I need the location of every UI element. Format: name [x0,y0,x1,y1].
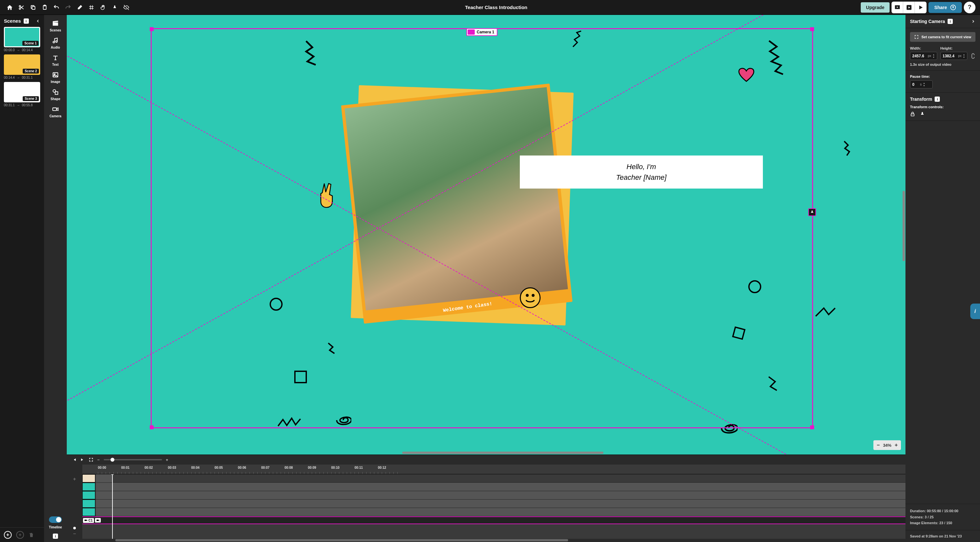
width-input[interactable]: px ▲▼ [910,52,937,60]
preview-scene-icon[interactable] [891,2,903,13]
top-toolbar: Teacher Class Introduction Upgrade Share… [0,0,980,15]
preview-button-group [891,2,926,13]
info-icon[interactable]: i [53,534,58,539]
rail-shape-button[interactable]: Shape [51,88,60,101]
collapse-panel-icon[interactable] [36,19,40,23]
svg-rect-21 [97,520,99,521]
step-down-icon[interactable]: ▼ [923,84,925,87]
scene-thumbnail[interactable]: Scene 3 00:31.1→00:55.8 [4,82,40,107]
timeline-track[interactable] [82,474,905,483]
step-up-icon[interactable]: ▲ [923,82,925,84]
svg-rect-11 [55,92,58,94]
timeline-ruler[interactable]: 00:0000:0100:0200:0300:0400:0500:0600:07… [82,464,905,474]
camera-label[interactable]: Camera 1 [466,28,498,36]
home-icon[interactable] [5,2,15,13]
step-up-icon[interactable]: ▲ [933,54,935,56]
camera-block[interactable]: C1 [83,518,94,523]
visibility-icon[interactable] [121,2,132,13]
zoom-in-button[interactable]: + [895,442,898,448]
chevron-right-icon[interactable] [971,19,975,24]
rail-scenes-button[interactable]: Scenes [49,19,61,32]
pause-input[interactable]: s ▲▼ [910,80,933,89]
timeline-panel: − + 00:0000:0100:0200:0300:0400:0500:060… [67,455,905,542]
step-down-icon[interactable]: ▼ [933,56,935,58]
transform-header: Transform [910,97,932,102]
resize-handle[interactable] [150,425,154,429]
timeline-track[interactable] [82,499,905,508]
canvas-v-scrollbar[interactable] [902,191,905,261]
pin-icon[interactable] [920,111,925,117]
skip-forward-icon[interactable] [80,458,85,462]
rail-camera-button[interactable]: Camera [49,105,62,118]
timeline-zoom-slider[interactable] [104,459,162,460]
hand-icon[interactable] [98,2,108,13]
info-icon[interactable]: i [24,19,29,24]
step-down-icon[interactable]: ▼ [963,56,965,58]
status-info: Duration: 00:55:80 / 15:00:00 Scenes: 3 … [905,504,980,530]
timeline-zoom-out[interactable]: − [97,458,100,462]
info-icon[interactable]: i [935,97,940,102]
undo-icon[interactable] [51,2,62,13]
height-label: Height: [940,46,968,50]
timeline-track[interactable] [82,508,905,517]
cut-icon[interactable] [16,2,27,13]
svg-rect-4 [44,5,46,6]
timeline-h-scrollbar[interactable] [82,539,905,542]
scene-thumbnail[interactable]: Scene 2 00:14.4→00:31.1 [4,54,40,79]
text-icon [51,54,59,62]
rail-timeline-toggle[interactable]: Timeline [49,517,62,529]
rail-image-button[interactable]: Image [51,71,60,84]
resize-handle[interactable] [810,425,814,429]
zoom-out-button[interactable]: − [877,442,880,448]
timeline-tracks[interactable]: C1 [82,474,905,539]
timeline-track[interactable] [82,483,905,491]
delete-scene-icon[interactable] [29,532,34,538]
grid-icon[interactable] [86,2,97,13]
preview-play-icon[interactable] [903,2,915,13]
upgrade-button[interactable]: Upgrade [861,2,889,13]
fit-camera-button[interactable]: Set camera to fit current view [910,32,975,42]
project-title[interactable]: Teacher Class Introduction [134,5,859,10]
playhead[interactable] [112,474,113,539]
toggle-switch-icon[interactable] [49,517,62,523]
help-icon[interactable]: ? [964,2,975,13]
resize-handle[interactable] [150,27,154,31]
scene-thumbnail[interactable]: Scene 1 00:00.0→00:14.4 [4,27,40,52]
canvas-h-scrollbar[interactable] [402,451,603,454]
canvas-viewport[interactable]: Welcome to class! Hello, I'm Teacher [Na… [67,15,905,455]
height-input[interactable]: px ▲▼ [940,52,968,60]
play-icon[interactable] [915,2,926,13]
camera-frame[interactable]: Camera 1 [151,28,813,428]
scenes-panel-title: Scenes [4,18,21,24]
lock-icon[interactable] [910,111,915,117]
rail-audio-button[interactable]: Audio [51,37,60,49]
remove-track-button[interactable]: − [73,531,76,537]
svg-rect-12 [53,108,57,110]
saved-status: Saved at 9:28am on 21 Nov '23 [905,530,980,542]
redo-icon[interactable] [63,2,73,13]
resize-handle[interactable] [810,27,814,31]
camera-block[interactable] [95,518,101,523]
step-up-icon[interactable]: ▲ [963,54,965,56]
fullscreen-icon[interactable] [89,458,93,462]
info-tab-button[interactable]: i [970,304,980,319]
rail-text-button[interactable]: Text [51,54,59,67]
timeline-track[interactable] [82,491,905,499]
info-icon[interactable]: i [948,19,953,24]
add-track-button[interactable]: + [73,476,76,482]
add-scene-alt-button[interactable]: + [16,531,24,539]
timeline-zoom-in[interactable]: + [166,458,169,462]
copy-icon[interactable] [28,2,38,13]
camera-pin-icon[interactable] [808,208,816,216]
add-scene-button[interactable]: + [4,531,12,539]
share-button[interactable]: Share [929,2,962,13]
paste-icon[interactable] [40,2,50,13]
canvas-scene[interactable]: Welcome to class! Hello, I'm Teacher [Na… [67,15,905,455]
pin-icon[interactable] [110,2,120,13]
skip-back-icon[interactable] [72,458,76,462]
eraser-icon[interactable] [75,2,85,13]
keyframe-icon[interactable] [73,526,76,530]
link-dimensions-icon[interactable] [970,52,975,60]
camera-track[interactable]: C1 [82,517,905,524]
size-hint: 1.3x size of output video [910,62,975,67]
